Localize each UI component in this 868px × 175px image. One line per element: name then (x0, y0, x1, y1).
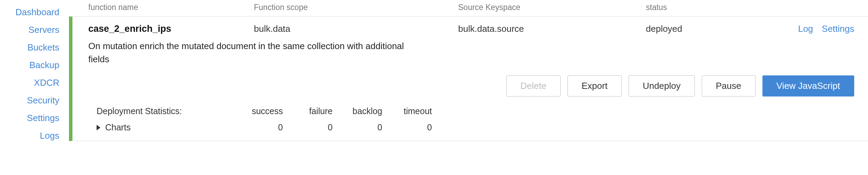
function-scope: bulk.data (254, 24, 458, 34)
header-status: status (646, 3, 723, 12)
table-header: function name Function scope Source Keys… (69, 1, 868, 17)
sidebar-item-buckets[interactable]: Buckets (0, 39, 69, 56)
function-source: bulk.data.source (458, 24, 646, 34)
function-summary: case_2_enrich_ips bulk.data bulk.data.so… (88, 24, 868, 34)
header-function-scope: Function scope (254, 3, 458, 12)
stats-value-success: 0 (240, 122, 290, 132)
log-link[interactable]: Log (798, 24, 813, 34)
stats-col-backlog: backlog (339, 106, 389, 116)
settings-link[interactable]: Settings (822, 24, 854, 34)
sidebar-item-settings[interactable]: Settings (0, 109, 69, 127)
stats-value-failure: 0 (290, 122, 339, 132)
delete-button: Delete (506, 75, 561, 96)
stats-col-timeout: timeout (389, 106, 439, 116)
stats-value-backlog: 0 (339, 122, 389, 132)
sidebar: Dashboard Servers Buckets Backup XDCR Se… (0, 0, 69, 145)
view-javascript-button[interactable]: View JavaScript (762, 75, 855, 96)
caret-right-icon (97, 125, 100, 130)
function-links: Log Settings (723, 24, 868, 34)
pause-button[interactable]: Pause (702, 75, 756, 96)
stats-col-success: success (240, 106, 290, 116)
stats-value-timeout: 0 (389, 122, 439, 132)
sidebar-item-backup[interactable]: Backup (0, 56, 69, 74)
charts-label: Charts (105, 122, 131, 132)
charts-toggle[interactable]: Charts (88, 122, 240, 132)
stats-title: Deployment Statistics: (88, 106, 240, 116)
stats-row: Charts 0 0 0 0 (88, 122, 868, 132)
undeploy-button[interactable]: Undeploy (629, 75, 695, 96)
sidebar-item-security[interactable]: Security (0, 92, 69, 109)
function-description: On mutation enrich the mutated document … (88, 40, 406, 66)
sidebar-item-servers[interactable]: Servers (0, 21, 69, 39)
stats-header: Deployment Statistics: success failure b… (88, 106, 868, 116)
sidebar-item-xdcr[interactable]: XDCR (0, 74, 69, 92)
function-name: case_2_enrich_ips (88, 24, 254, 34)
header-actions (723, 3, 868, 12)
stats-col-failure: failure (290, 106, 339, 116)
sidebar-item-logs[interactable]: Logs (0, 127, 69, 145)
main-content: function name Function scope Source Keys… (69, 0, 868, 145)
header-source-keyspace: Source Keyspace (458, 3, 646, 12)
function-row[interactable]: case_2_enrich_ips bulk.data bulk.data.so… (69, 17, 868, 141)
button-row: Delete Export Undeploy Pause View JavaSc… (88, 75, 868, 96)
export-button[interactable]: Export (568, 75, 622, 96)
header-function-name: function name (88, 3, 254, 12)
function-status: deployed (646, 24, 723, 34)
sidebar-item-dashboard[interactable]: Dashboard (0, 3, 69, 21)
